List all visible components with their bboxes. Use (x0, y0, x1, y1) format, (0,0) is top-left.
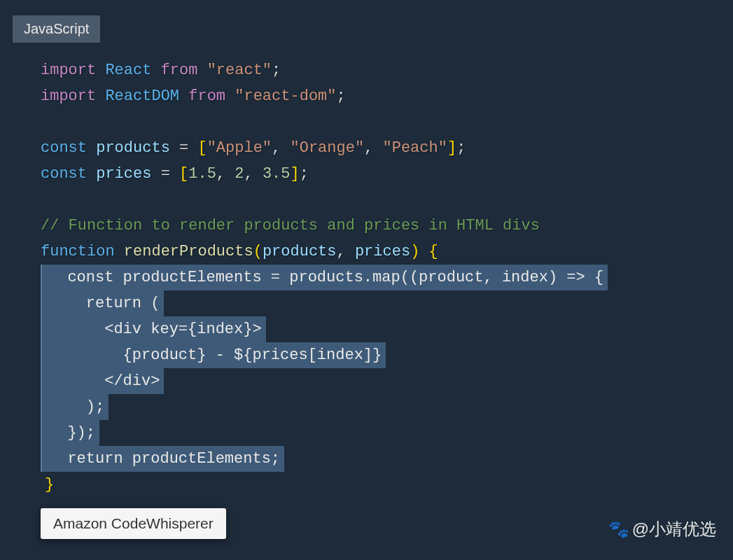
code-line-8: function renderProducts(products, prices… (41, 239, 712, 265)
codewhisperer-tooltip: Amazon CodeWhisperer (41, 508, 226, 539)
suggestion-line-3: <div key={index}> (41, 316, 266, 342)
code-line-2: import ReactDOM from "react-dom"; (41, 83, 712, 109)
suggestion-line-1: const productElements = products.map((pr… (41, 265, 608, 290)
paw-icon: 🐾 (608, 519, 629, 539)
suggestion-line-7: }); (41, 420, 99, 446)
code-suggestion-block[interactable]: const productElements = products.map((pr… (41, 265, 712, 472)
suggestion-line-4: {product} - ${prices[index]} (41, 342, 386, 368)
code-editor[interactable]: import React from "react"; import ReactD… (41, 57, 712, 498)
code-line-4: const products = ["Apple", "Orange", "Pe… (41, 135, 712, 161)
watermark: 🐾@小靖优选 (608, 518, 716, 540)
code-line-5: const prices = [1.5, 2, 3.5]; (41, 161, 712, 187)
suggestion-line-2: return ( (41, 290, 164, 316)
suggestion-line-8: return productElements; (41, 446, 284, 472)
close-brace: } (38, 472, 712, 498)
watermark-text: @小靖优选 (632, 518, 716, 540)
suggestion-line-5: </div> (41, 368, 164, 394)
code-line-6 (41, 187, 712, 213)
code-line-1: import React from "react"; (41, 57, 712, 83)
code-line-7: // Function to render products and price… (41, 213, 712, 239)
language-tab[interactable]: JavaScript (13, 15, 100, 43)
code-line-3 (41, 109, 712, 135)
suggestion-line-6: ); (41, 394, 109, 420)
